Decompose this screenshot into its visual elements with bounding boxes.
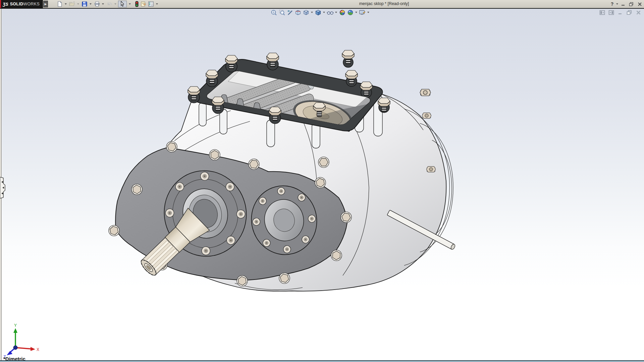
open-document-icon <box>69 1 75 7</box>
print-button[interactable] <box>93 1 101 7</box>
select-tool-button[interactable] <box>118 1 127 7</box>
close-icon <box>638 2 642 6</box>
apply-scene-dropdown[interactable] <box>355 9 358 16</box>
open-document-button[interactable] <box>68 1 76 7</box>
view-orientation-icon <box>303 9 309 16</box>
close-document-icon <box>636 10 641 15</box>
new-document-button[interactable] <box>56 1 64 7</box>
zoom-to-fit-button[interactable] <box>270 9 277 16</box>
zoom-to-area-icon <box>279 9 285 16</box>
view-settings-dropdown[interactable] <box>367 9 370 16</box>
restore-button[interactable] <box>627 1 635 7</box>
section-view-icon <box>295 9 301 16</box>
feature-tree-collapsed-tab[interactable] <box>0 177 7 200</box>
undo-dropdown[interactable] <box>113 1 117 7</box>
minimize-button[interactable] <box>619 1 627 7</box>
new-document-dropdown[interactable] <box>64 1 67 7</box>
zoom-to-area-button[interactable] <box>278 9 285 16</box>
collapse-left-pane-icon <box>599 10 605 15</box>
undo-button[interactable] <box>105 1 113 7</box>
restore-document-icon <box>627 10 632 15</box>
window-bottom-border <box>0 360 644 362</box>
display-style-icon <box>315 9 321 16</box>
close-button[interactable] <box>636 1 644 7</box>
previous-view-icon <box>287 9 293 16</box>
help-button[interactable]: ? <box>609 1 615 7</box>
help-icon: ? <box>611 1 614 7</box>
gearbox-model[interactable] <box>109 50 456 291</box>
file-properties-icon <box>140 1 147 7</box>
options-button[interactable] <box>147 1 155 7</box>
save-dropdown[interactable] <box>89 1 92 7</box>
print-dropdown[interactable] <box>101 1 105 7</box>
view-orientation-button[interactable] <box>302 9 310 16</box>
view-orientation-dropdown[interactable] <box>310 9 314 16</box>
section-view-button[interactable] <box>294 9 302 16</box>
heads-up-toolbar <box>270 9 370 16</box>
collapse-left-pane-button[interactable] <box>598 9 606 15</box>
minimize-icon <box>621 2 625 6</box>
restore-document-button[interactable] <box>626 9 633 15</box>
restore-icon <box>629 2 634 6</box>
apply-scene-button[interactable] <box>346 9 354 16</box>
collapse-right-pane-icon <box>608 10 614 15</box>
edit-appearance-icon <box>339 9 345 16</box>
view-settings-icon <box>359 9 366 16</box>
print-icon <box>94 1 100 7</box>
document-window-controls <box>598 9 642 15</box>
title-bar: ƷS SOLID WORKS ▶ <box>0 0 644 8</box>
zoom-to-fit-icon <box>271 9 277 16</box>
previous-view-button[interactable] <box>286 9 293 16</box>
close-document-button[interactable] <box>635 9 642 15</box>
triad-x-label: X <box>37 347 39 352</box>
options-icon <box>148 1 154 7</box>
logo-red-stripe <box>0 0 1 8</box>
model-canvas <box>0 0 644 362</box>
save-icon <box>82 1 88 7</box>
housing-saddle-bolt <box>318 157 329 168</box>
new-document-icon <box>57 1 63 7</box>
file-properties-button[interactable] <box>140 1 148 7</box>
solidworks-logo-light: WORKS <box>23 2 40 6</box>
feature-tree-tab-shape <box>0 177 7 198</box>
menu-expand-tab[interactable]: ▶ <box>43 1 48 7</box>
undo-icon <box>106 1 113 7</box>
titlebar-separator <box>0 8 644 9</box>
solidworks-logo-bold: SOLID <box>10 2 23 6</box>
reference-triad: Y X Z <box>2 323 42 360</box>
window-title: menjac sklop * [Read-only] <box>345 1 423 6</box>
display-style-button[interactable] <box>314 9 322 16</box>
hide-show-items-dropdown[interactable] <box>334 9 338 16</box>
collapse-right-pane-button[interactable] <box>607 9 615 15</box>
select-tool-dropdown[interactable] <box>128 1 131 7</box>
select-cursor-icon <box>120 1 125 7</box>
minimize-document-icon <box>618 10 623 15</box>
open-document-dropdown[interactable] <box>76 1 80 7</box>
minimize-document-button[interactable] <box>616 9 624 15</box>
help-dropdown[interactable] <box>615 1 619 7</box>
hide-show-items-glasses-icon <box>327 9 334 16</box>
save-button[interactable] <box>80 1 89 7</box>
display-style-dropdown[interactable] <box>322 9 326 16</box>
options-dropdown[interactable] <box>155 1 159 7</box>
triad-y-label: Y <box>14 323 17 328</box>
view-settings-button[interactable] <box>359 9 366 16</box>
rebuild-traffic-light-icon <box>135 1 139 7</box>
edit-appearance-button[interactable] <box>338 9 346 16</box>
solidworks-logo: ƷS SOLID WORKS <box>0 0 43 8</box>
solidworks-logo-mark: ƷS <box>3 2 8 7</box>
apply-scene-icon <box>347 9 354 16</box>
hide-show-items-button[interactable] <box>326 9 334 16</box>
